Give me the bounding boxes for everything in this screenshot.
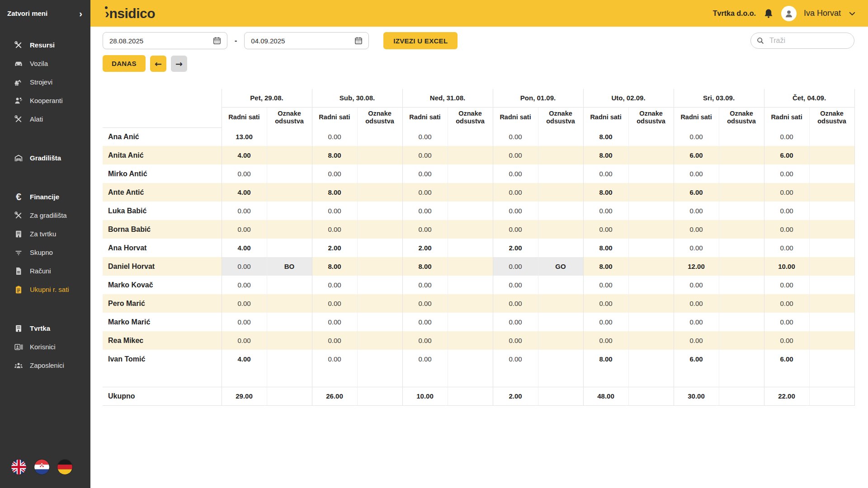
calendar-icon[interactable] xyxy=(212,36,222,45)
total-hours-cell: 26.00 xyxy=(312,387,357,405)
hours-cell: 0.00 xyxy=(312,202,357,220)
absence-mark-cell xyxy=(448,127,493,146)
absence-mark-cell xyxy=(448,294,493,313)
employee-name: Pero Marić xyxy=(103,294,222,313)
oznake-odsustva-header: Oznakeodsustva xyxy=(719,107,764,127)
sidebar-item-skupno[interactable]: Skupno xyxy=(0,243,90,262)
hours-cell: 0.00 xyxy=(764,220,809,239)
notifications-bell-icon[interactable] xyxy=(763,8,774,19)
absence-mark-cell xyxy=(809,350,854,368)
table-row-pero-maric: Pero Marić0.000.000.000.000.000.000.00 xyxy=(103,294,854,313)
hours-cell: 0.00 xyxy=(222,202,267,220)
document-icon xyxy=(14,266,24,276)
absence-mark-cell xyxy=(719,350,764,368)
absence-mark-cell xyxy=(809,239,854,257)
sidebar-item-label: Tvrtka xyxy=(30,324,50,332)
sidebar-item-gradilista[interactable]: Gradilišta xyxy=(0,149,90,167)
hours-cell: 0.00 xyxy=(493,313,538,331)
spacer-row xyxy=(103,368,854,387)
search-input[interactable] xyxy=(769,36,864,45)
oznake-odsustva-header: Oznakeodsustva xyxy=(538,107,583,127)
employee-name: Marko Marić xyxy=(103,313,222,331)
sidebar-item-label: Alati xyxy=(30,115,43,123)
date-from-input[interactable] xyxy=(108,37,212,45)
table-row-marko-maric: Marko Marić0.000.000.000.000.000.000.00 xyxy=(103,313,854,331)
export-excel-button[interactable]: IZVEZI U EXCEL xyxy=(383,32,458,49)
hours-cell: 0.00 xyxy=(583,202,628,220)
hours-cell: 4.00 xyxy=(222,350,267,368)
sidebar-item-kooperanti[interactable]: Kooperanti xyxy=(0,91,90,110)
absence-mark-cell xyxy=(628,239,674,257)
hours-cell: 0.00 xyxy=(674,331,719,350)
total-hours-cell: 22.00 xyxy=(764,387,809,405)
flag-german-icon[interactable] xyxy=(57,460,72,474)
today-button[interactable]: DANAS xyxy=(103,55,146,72)
sidebar-item-label: Skupno xyxy=(30,249,53,256)
sidebar-item-za-gradilista[interactable]: Za gradilišta xyxy=(0,206,90,225)
cooperants-icon xyxy=(14,96,24,106)
hours-cell: 0.00 xyxy=(764,127,809,146)
hours-cell: 0.00 xyxy=(674,164,719,183)
hours-cell: 0.00 xyxy=(583,294,628,313)
sidebar-item-label: Kooperanti xyxy=(30,97,63,104)
hours-cell: 0.00 xyxy=(222,313,267,331)
absence-mark-cell xyxy=(809,294,854,313)
total-hours-cell: 2.00 xyxy=(493,387,538,405)
building-icon xyxy=(14,229,24,239)
date-to-input[interactable] xyxy=(250,37,354,45)
absence-mark-cell xyxy=(719,220,764,239)
user-avatar[interactable] xyxy=(781,6,797,21)
hours-cell: 0.00 xyxy=(674,220,719,239)
next-period-button[interactable]: → xyxy=(171,56,187,72)
hours-cell: 0.00 xyxy=(493,183,538,202)
search-icon xyxy=(756,37,764,45)
hours-cell: 12.00 xyxy=(674,257,719,276)
sidebar-item-korisnici[interactable]: Korisnici xyxy=(0,338,90,356)
close-menu-button[interactable]: Zatvori meni › xyxy=(0,0,90,27)
sidebar-item-ukupni-r-sati[interactable]: Ukupni r. sati xyxy=(0,280,90,299)
date-from-field[interactable] xyxy=(103,32,227,49)
absence-mark-cell xyxy=(267,313,312,331)
hours-cell: 8.00 xyxy=(583,239,628,257)
user-name[interactable]: Iva Horvat xyxy=(804,9,841,18)
sidebar-item-zaposlenici[interactable]: Zaposlenici xyxy=(0,356,90,375)
hours-cell: 0.00 xyxy=(764,164,809,183)
previous-period-button[interactable]: ← xyxy=(150,56,166,72)
employee-name: Luka Babić xyxy=(103,202,222,220)
search-field[interactable] xyxy=(750,33,854,49)
calendar-icon[interactable] xyxy=(354,36,363,45)
absence-mark-cell xyxy=(267,350,312,368)
sidebar-item-vozila[interactable]: Vozila xyxy=(0,54,90,73)
absence-mark-cell: GO xyxy=(538,257,583,276)
hours-cell: 0.00 xyxy=(402,313,448,331)
hours-cell: 6.00 xyxy=(674,146,719,164)
chevron-down-icon[interactable] xyxy=(848,9,856,18)
table-row-rea-mikec: Rea Mikec0.000.000.000.000.000.000.00 xyxy=(103,331,854,350)
sidebar-item-resursi[interactable]: Resursi xyxy=(0,36,90,54)
radni-sati-header: Radni sati xyxy=(583,107,628,127)
flag-croatian-icon[interactable] xyxy=(34,460,49,474)
date-to-field[interactable] xyxy=(244,32,369,49)
total-absence-cell xyxy=(357,387,402,405)
absence-mark-cell xyxy=(538,164,583,183)
absence-mark-cell xyxy=(538,220,583,239)
sidebar-item-za-tvrtku[interactable]: Za tvrtku xyxy=(0,225,90,243)
sidebar-item-racuni[interactable]: Računi xyxy=(0,262,90,280)
flag-english-icon[interactable] xyxy=(11,460,26,474)
sidebar-item-financije[interactable]: €Financije xyxy=(0,188,90,206)
total-absence-cell xyxy=(267,387,312,405)
absence-mark-cell xyxy=(719,202,764,220)
absence-mark-cell xyxy=(267,202,312,220)
sidebar-item-tvrtka[interactable]: Tvrtka xyxy=(0,319,90,338)
hours-cell: 0.00 xyxy=(312,294,357,313)
clipboard-icon xyxy=(14,285,24,295)
id-card-icon xyxy=(14,342,24,352)
table-row-ivan-tomic: Ivan Tomić4.000.000.000.008.006.006.00 xyxy=(103,350,854,368)
table-row-marko-kovac: Marko Kovač0.000.000.000.000.000.000.00 xyxy=(103,276,854,294)
hours-cell: 0.00 xyxy=(312,127,357,146)
sidebar-item-alati[interactable]: Alati xyxy=(0,110,90,128)
hours-cell: 0.00 xyxy=(764,239,809,257)
car-icon xyxy=(14,59,24,69)
hours-cell: 0.00 xyxy=(674,276,719,294)
sidebar-item-strojevi[interactable]: Strojevi xyxy=(0,73,90,91)
